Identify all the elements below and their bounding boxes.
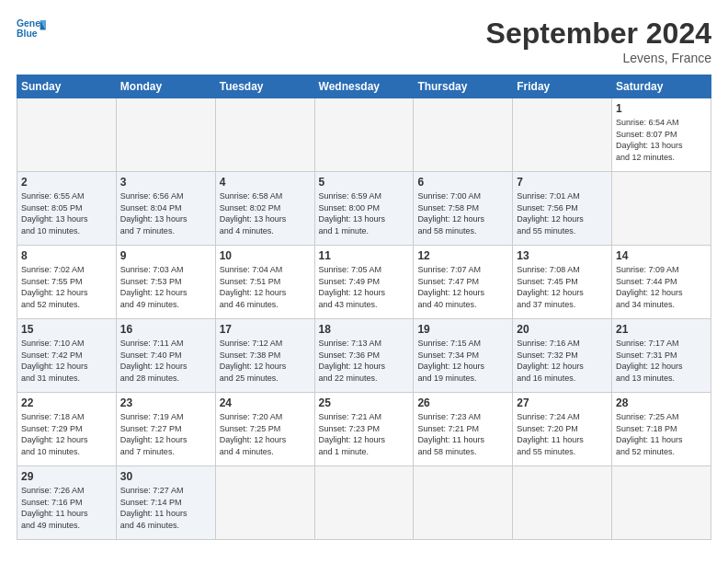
col-wednesday: Wednesday [314, 75, 414, 98]
calendar-row: 2Sunrise: 6:55 AM Sunset: 8:05 PM Daylig… [17, 172, 711, 246]
day-info: Sunrise: 6:54 AM Sunset: 8:07 PM Dayligh… [616, 117, 707, 163]
table-row [215, 466, 314, 540]
table-row [314, 466, 414, 540]
day-number: 10 [220, 249, 311, 262]
col-saturday: Saturday [612, 75, 711, 98]
calendar-row: 1Sunrise: 6:54 AM Sunset: 8:07 PM Daylig… [17, 98, 711, 172]
day-info: Sunrise: 7:17 AM Sunset: 7:31 PM Dayligh… [616, 338, 707, 384]
table-row: 11Sunrise: 7:05 AM Sunset: 7:49 PM Dayli… [314, 246, 414, 319]
day-number: 17 [220, 323, 311, 336]
day-info: Sunrise: 7:11 AM Sunset: 7:40 PM Dayligh… [120, 338, 211, 384]
table-row: 17Sunrise: 7:12 AM Sunset: 7:38 PM Dayli… [215, 319, 314, 393]
day-info: Sunrise: 7:19 AM Sunset: 7:27 PM Dayligh… [120, 411, 211, 457]
day-info: Sunrise: 7:07 AM Sunset: 7:47 PM Dayligh… [417, 264, 508, 310]
table-row: 29Sunrise: 7:26 AM Sunset: 7:16 PM Dayli… [17, 466, 117, 540]
location: Levens, France [486, 51, 711, 65]
day-info: Sunrise: 7:23 AM Sunset: 7:21 PM Dayligh… [417, 411, 508, 457]
day-info: Sunrise: 7:13 AM Sunset: 7:36 PM Dayligh… [319, 338, 410, 384]
day-number: 14 [616, 249, 707, 262]
month-title: September 2024 [486, 17, 711, 51]
table-row: 21Sunrise: 7:17 AM Sunset: 7:31 PM Dayli… [612, 319, 711, 393]
day-number: 11 [319, 249, 410, 262]
table-row [116, 98, 215, 172]
table-row [513, 98, 612, 172]
table-row: 22Sunrise: 7:18 AM Sunset: 7:29 PM Dayli… [17, 393, 117, 466]
svg-text:Blue: Blue [17, 29, 38, 39]
day-number: 28 [616, 396, 707, 409]
table-row: 7Sunrise: 7:01 AM Sunset: 7:56 PM Daylig… [513, 172, 612, 246]
table-row: 19Sunrise: 7:15 AM Sunset: 7:34 PM Dayli… [414, 319, 513, 393]
col-sunday: Sunday [17, 75, 117, 98]
calendar-row: 29Sunrise: 7:26 AM Sunset: 7:16 PM Dayli… [17, 466, 711, 540]
day-number: 5 [319, 176, 410, 189]
table-row: 9Sunrise: 7:03 AM Sunset: 7:53 PM Daylig… [116, 246, 215, 319]
day-info: Sunrise: 6:59 AM Sunset: 8:00 PM Dayligh… [319, 190, 410, 236]
calendar-table: Sunday Monday Tuesday Wednesday Thursday… [17, 75, 711, 540]
day-number: 24 [220, 396, 311, 409]
day-number: 1 [616, 102, 707, 115]
day-number: 30 [120, 470, 211, 483]
table-row [17, 98, 117, 172]
day-info: Sunrise: 7:16 AM Sunset: 7:32 PM Dayligh… [517, 338, 608, 384]
day-info: Sunrise: 7:04 AM Sunset: 7:51 PM Dayligh… [220, 264, 311, 310]
page: General Blue September 2024 Levens, Fran… [0, 0, 728, 563]
col-monday: Monday [116, 75, 215, 98]
table-row: 27Sunrise: 7:24 AM Sunset: 7:20 PM Dayli… [513, 393, 612, 466]
day-number: 21 [616, 323, 707, 336]
table-row: 20Sunrise: 7:16 AM Sunset: 7:32 PM Dayli… [513, 319, 612, 393]
table-row: 13Sunrise: 7:08 AM Sunset: 7:45 PM Dayli… [513, 246, 612, 319]
header-row: Sunday Monday Tuesday Wednesday Thursday… [17, 75, 711, 98]
table-row [513, 466, 612, 540]
day-info: Sunrise: 6:56 AM Sunset: 8:04 PM Dayligh… [120, 190, 211, 236]
table-row [215, 98, 314, 172]
table-row: 4Sunrise: 6:58 AM Sunset: 8:02 PM Daylig… [215, 172, 314, 246]
day-number: 20 [517, 323, 608, 336]
day-info: Sunrise: 6:58 AM Sunset: 8:02 PM Dayligh… [220, 190, 311, 236]
day-number: 26 [417, 396, 508, 409]
table-row: 14Sunrise: 7:09 AM Sunset: 7:44 PM Dayli… [612, 246, 711, 319]
table-row: 16Sunrise: 7:11 AM Sunset: 7:40 PM Dayli… [116, 319, 215, 393]
table-row: 12Sunrise: 7:07 AM Sunset: 7:47 PM Dayli… [414, 246, 513, 319]
day-info: Sunrise: 7:24 AM Sunset: 7:20 PM Dayligh… [517, 411, 608, 457]
day-info: Sunrise: 7:12 AM Sunset: 7:38 PM Dayligh… [220, 338, 311, 384]
day-number: 6 [417, 176, 508, 189]
day-number: 22 [21, 396, 112, 409]
day-info: Sunrise: 7:05 AM Sunset: 7:49 PM Dayligh… [319, 264, 410, 310]
calendar-row: 22Sunrise: 7:18 AM Sunset: 7:29 PM Dayli… [17, 393, 711, 466]
day-number: 8 [21, 249, 112, 262]
day-info: Sunrise: 7:01 AM Sunset: 7:56 PM Dayligh… [517, 190, 608, 236]
logo: General Blue [17, 17, 46, 42]
table-row: 15Sunrise: 7:10 AM Sunset: 7:42 PM Dayli… [17, 319, 117, 393]
table-row: 28Sunrise: 7:25 AM Sunset: 7:18 PM Dayli… [612, 393, 711, 466]
logo-icon: General Blue [17, 17, 46, 42]
table-row [414, 98, 513, 172]
calendar-row: 15Sunrise: 7:10 AM Sunset: 7:42 PM Dayli… [17, 319, 711, 393]
day-info: Sunrise: 7:10 AM Sunset: 7:42 PM Dayligh… [21, 338, 112, 384]
table-row: 6Sunrise: 7:00 AM Sunset: 7:58 PM Daylig… [414, 172, 513, 246]
day-info: Sunrise: 7:09 AM Sunset: 7:44 PM Dayligh… [616, 264, 707, 310]
day-info: Sunrise: 7:08 AM Sunset: 7:45 PM Dayligh… [517, 264, 608, 310]
table-row: 18Sunrise: 7:13 AM Sunset: 7:36 PM Dayli… [314, 319, 414, 393]
table-row: 3Sunrise: 6:56 AM Sunset: 8:04 PM Daylig… [116, 172, 215, 246]
table-row: 25Sunrise: 7:21 AM Sunset: 7:23 PM Dayli… [314, 393, 414, 466]
title-block: September 2024 Levens, France [486, 17, 711, 65]
day-info: Sunrise: 6:55 AM Sunset: 8:05 PM Dayligh… [21, 190, 112, 236]
day-number: 27 [517, 396, 608, 409]
day-number: 12 [417, 249, 508, 262]
day-info: Sunrise: 7:03 AM Sunset: 7:53 PM Dayligh… [120, 264, 211, 310]
day-info: Sunrise: 7:18 AM Sunset: 7:29 PM Dayligh… [21, 411, 112, 457]
day-number: 9 [120, 249, 211, 262]
day-number: 2 [21, 176, 112, 189]
table-row [314, 98, 414, 172]
col-tuesday: Tuesday [215, 75, 314, 98]
day-number: 25 [319, 396, 410, 409]
day-info: Sunrise: 7:21 AM Sunset: 7:23 PM Dayligh… [319, 411, 410, 457]
table-row: 8Sunrise: 7:02 AM Sunset: 7:55 PM Daylig… [17, 246, 117, 319]
day-number: 16 [120, 323, 211, 336]
table-row [612, 466, 711, 540]
day-number: 13 [517, 249, 608, 262]
table-row [414, 466, 513, 540]
day-info: Sunrise: 7:20 AM Sunset: 7:25 PM Dayligh… [220, 411, 311, 457]
day-info: Sunrise: 7:27 AM Sunset: 7:14 PM Dayligh… [120, 485, 211, 531]
day-info: Sunrise: 7:25 AM Sunset: 7:18 PM Dayligh… [616, 411, 707, 457]
